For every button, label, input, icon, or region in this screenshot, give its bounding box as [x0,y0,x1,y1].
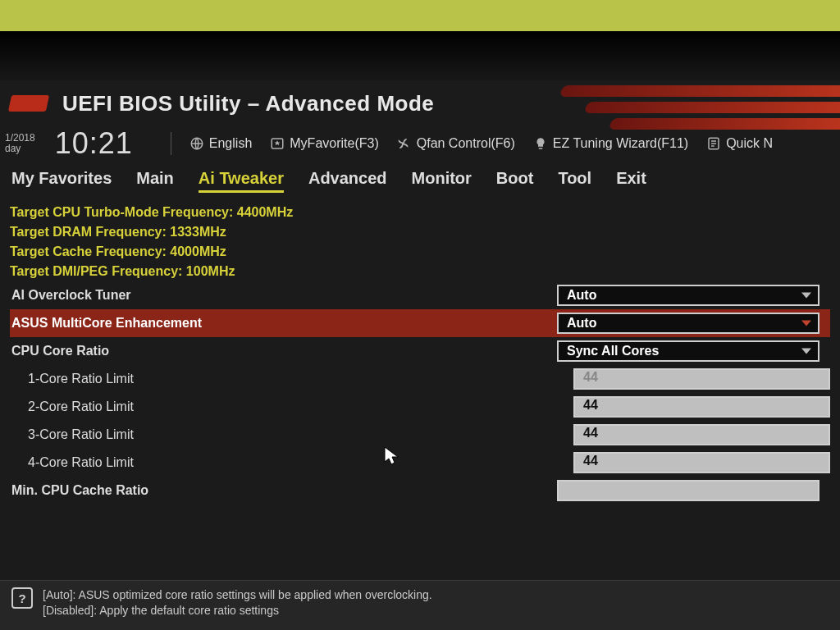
tab-tool[interactable]: Tool [558,169,591,193]
tab-exit[interactable]: Exit [616,169,646,193]
help-icon: ? [11,587,33,609]
note-icon [706,136,721,151]
label-min-cache: Min. CPU Cache Ratio [10,483,557,498]
star-box-icon [270,136,285,151]
photo-frame: UEFI BIOS Utility – Advanced Mode 1/2018… [0,0,840,630]
tab-favorites[interactable]: My Favorites [11,169,112,193]
label-core4: 4-Core Ratio Limit [10,455,573,470]
qfan-button[interactable]: Qfan Control(F6) [397,136,515,151]
fan-icon [397,136,412,151]
tab-monitor[interactable]: Monitor [412,169,472,193]
row-core1[interactable]: 1-Core Ratio Limit 44 [10,365,830,393]
date-label: 1/2018 day [5,133,35,154]
target-cpu-turbo: Target CPU Turbo-Mode Frequency: 4400MHz [10,203,830,222]
input-min-cache[interactable] [557,480,819,501]
main-tabs: My Favorites Main Ai Tweaker Advanced Mo… [0,166,840,199]
target-dmi: Target DMI/PEG Frequency: 100MHz [10,262,830,281]
label-ai-overclock: AI Overclock Tuner [10,288,557,303]
tab-advanced[interactable]: Advanced [308,169,387,193]
row-core-ratio[interactable]: CPU Core Ratio Sync All Cores [10,337,830,365]
clock-time: 10:21 [55,126,133,161]
input-core3[interactable]: 44 [573,424,830,445]
select-multicore[interactable]: Auto [557,313,819,334]
label-core2: 2-Core Ratio Limit [10,399,573,414]
row-core3[interactable]: 3-Core Ratio Limit 44 [10,421,830,449]
top-toolbar: 1/2018 day 10:21 English MyFavorite(F3) [0,123,840,166]
monitor-bezel [0,31,840,80]
input-core2[interactable]: 44 [573,396,830,418]
globe-icon [189,136,204,151]
row-ai-overclock[interactable]: AI Overclock Tuner Auto [10,281,830,309]
row-multicore[interactable]: ASUS MultiCore Enhancement Auto [10,309,830,337]
bios-screen: UEFI BIOS Utility – Advanced Mode 1/2018… [0,80,840,630]
target-dram: Target DRAM Frequency: 1333MHz [10,222,830,242]
help-text: [Auto]: ASUS optimized core ratio settin… [43,587,432,619]
page-title: UEFI BIOS Utility – Advanced Mode [62,91,434,116]
input-core4[interactable]: 44 [573,452,830,473]
label-core3: 3-Core Ratio Limit [10,427,573,442]
bulb-icon [533,136,548,151]
input-core1[interactable]: 44 [573,368,830,390]
tab-main[interactable]: Main [136,169,174,193]
select-core-ratio[interactable]: Sync All Cores [557,340,819,362]
label-multicore: ASUS MultiCore Enhancement [10,316,557,331]
title-bar: UEFI BIOS Utility – Advanced Mode [0,80,840,123]
tab-aitweaker[interactable]: Ai Tweaker [199,169,284,193]
label-core-ratio: CPU Core Ratio [10,344,557,358]
help-footer: ? [Auto]: ASUS optimized core ratio sett… [0,580,840,630]
select-ai-overclock[interactable]: Auto [557,285,819,306]
label-core1: 1-Core Ratio Limit [10,372,573,386]
target-cache: Target Cache Frequency: 4000MHz [10,242,830,262]
quicknote-button[interactable]: Quick N [706,136,773,151]
row-min-cache[interactable]: Min. CPU Cache Ratio [10,477,830,504]
settings-panel: Target CPU Turbo-Mode Frequency: 4400MHz… [0,199,840,504]
row-core2[interactable]: 2-Core Ratio Limit 44 [10,393,830,421]
tab-boot[interactable]: Boot [496,169,534,193]
asus-logo-icon [8,95,49,112]
row-core4[interactable]: 4-Core Ratio Limit 44 [10,449,830,477]
myfavorite-button[interactable]: MyFavorite(F3) [270,136,378,151]
language-button[interactable]: English [189,136,252,151]
ez-tuning-button[interactable]: EZ Tuning Wizard(F11) [533,136,688,151]
